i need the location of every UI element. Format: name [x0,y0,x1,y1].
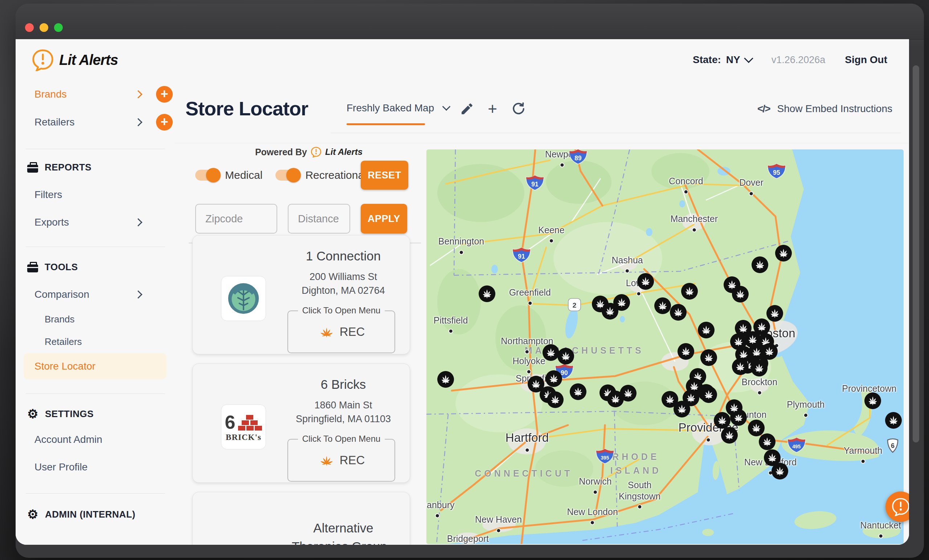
cannabis-leaf-icon [734,361,747,373]
sidebar-section-title: TOOLS [44,262,78,273]
distance-input[interactable] [288,204,350,234]
cannabis-leaf-icon [761,436,773,448]
chevron-right-icon [134,218,143,227]
store-map-marker[interactable] [721,427,738,444]
store-map-marker[interactable] [673,401,690,418]
chevron-right-icon [134,90,143,99]
sidebar-item-label: Brands [15,314,74,325]
app-version: v1.26.2026a [771,54,826,66]
store-card[interactable]: Alternative Therapies Group - Amesbury [192,492,410,545]
store-map-marker[interactable] [547,391,564,408]
svg-text:90: 90 [561,369,568,376]
refresh-map-button[interactable] [511,101,526,116]
sidebar-item-store-locator[interactable]: Store Locator [15,352,175,380]
store-map-marker[interactable] [437,371,454,388]
store-map-marker[interactable] [714,412,731,429]
sidebar-item-retailers[interactable]: Retailers [15,328,175,355]
cannabis-leaf-icon [734,288,747,300]
cannabis-leaf-icon [754,259,766,271]
add-map-button[interactable]: + [485,101,500,116]
open-menu-button[interactable]: Click To Open Menu REC [287,311,395,353]
sidebar-item-user-profile[interactable]: User Profile [15,453,175,481]
store-map-marker[interactable] [767,305,783,322]
store-map-marker[interactable] [771,463,788,479]
window-scrollbar[interactable] [913,65,919,442]
six-bricks-logo: 6 BRICK's [225,413,262,441]
store-map-marker[interactable] [546,370,562,387]
store-map-marker[interactable] [748,420,765,436]
sidebar-item-label: User Profile [15,461,87,473]
open-menu-button[interactable]: Click To Open Menu REC [287,439,395,482]
edit-map-button[interactable] [460,101,474,116]
chevron-down-icon [442,103,451,111]
store-map-marker[interactable] [751,360,768,376]
store-map-marker[interactable] [698,322,714,338]
sidebar-item-label: Brands [15,89,67,100]
store-map-marker[interactable] [751,256,768,273]
store-map-marker[interactable] [557,348,574,364]
reset-button[interactable]: RESET [361,161,408,190]
cannabis-leaf-icon [680,345,692,358]
add-brands-button[interactable]: + [156,86,173,103]
minimize-window-button[interactable] [40,23,48,32]
sidebar-divider [26,149,165,149]
cannabis-leaf-icon [750,422,762,434]
store-card[interactable]: 1 Connection200 Williams StDighton, MA 0… [192,235,410,354]
store-map-marker[interactable] [701,349,717,366]
store-map-marker[interactable] [681,283,698,300]
store-map-marker[interactable] [678,343,694,360]
sign-out-button[interactable]: Sign Out [845,54,887,66]
store-map-marker[interactable] [759,433,776,450]
cannabis-leaf-icon [700,324,712,336]
store-map-marker[interactable] [670,304,687,321]
store-map-marker[interactable] [732,358,749,375]
zoom-window-button[interactable] [54,23,63,32]
store-map-marker[interactable] [775,245,792,262]
sidebar-item-account-admin[interactable]: Account Admin [15,426,175,453]
store-map-marker[interactable] [602,303,618,320]
cannabis-leaf-icon [716,414,728,427]
sidebar-section-settings: ⚙SETTINGS [27,408,94,420]
sidebar-item-brands[interactable]: Brands+ [15,81,175,108]
toolbox-icon [27,265,38,272]
store-map-marker[interactable] [620,385,636,401]
sidebar-divider [26,493,165,494]
recreational-toggle[interactable] [276,170,299,181]
svg-text:91: 91 [531,181,538,188]
show-embed-instructions-button[interactable]: </> Show Embed Instructions [757,103,892,115]
store-map-marker[interactable] [654,297,671,314]
sidebar-item-exports[interactable]: Exports [15,208,175,236]
zipcode-input[interactable] [195,204,277,234]
apply-button[interactable]: APPLY [361,204,407,234]
add-retailers-button[interactable]: + [156,114,173,130]
sidebar-item-filters[interactable]: Filters [15,181,175,208]
map-area-label: CONNECTICUT [475,467,573,481]
store-map-marker[interactable] [726,399,742,416]
sidebar-item-comparison[interactable]: Comparison [15,281,175,308]
toolbar-divider [331,133,901,133]
section-divider [175,143,909,143]
close-window-button[interactable] [25,23,34,32]
map-selector-dropdown[interactable]: Freshly Baked Map [346,102,449,114]
cannabis-leaf-icon [672,306,684,318]
store-map-marker[interactable] [637,273,654,290]
store-map-marker[interactable] [479,285,495,302]
sidebar-item-retailers[interactable]: Retailers+ [15,109,175,136]
page-title: Store Locator [185,97,308,120]
store-name: 1 Connection [284,247,403,266]
store-map-marker[interactable] [885,412,902,429]
store-map-marker[interactable] [701,386,717,403]
alert-bubble-icon [891,497,909,516]
store-map-marker[interactable] [543,344,559,361]
store-map-marker[interactable] [570,383,586,400]
store-map-marker[interactable] [865,392,881,409]
medical-toggle[interactable] [195,170,219,181]
state-selector[interactable]: State: NY [693,54,752,66]
cannabis-leaf-icon [440,373,452,386]
store-card[interactable]: 6 BRICK's 6 Bricks1860 Main StSpringfiel… [192,363,410,483]
store-map[interactable]: MASSACHUSETTSCONNECTICUTRHODE ISLAND New… [426,150,904,544]
app-logo: Lit Alerts [32,49,118,71]
lit-alerts-bubble-icon [311,147,322,158]
toolbox-icon [27,165,38,173]
store-map-marker[interactable] [732,286,749,303]
